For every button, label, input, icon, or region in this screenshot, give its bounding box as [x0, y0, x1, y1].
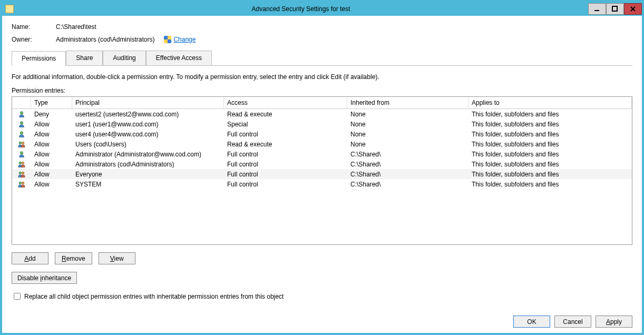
table-row[interactable]: AllowUsers (cod\Users)Read & executeNone… — [12, 139, 632, 149]
view-button[interactable]: View — [99, 252, 135, 264]
owner-row: Owner: Administrators (cod\Administrator… — [12, 36, 632, 43]
group-icon — [12, 181, 31, 188]
user-icon — [12, 121, 31, 128]
group-icon — [12, 161, 31, 168]
table-row[interactable]: AllowSYSTEMFull controlC:\Shared\This fo… — [12, 179, 632, 189]
cell-type: Deny — [31, 111, 72, 118]
cell-inherited: None — [347, 131, 469, 138]
table-row[interactable]: AllowAdministrators (cod\Administrators)… — [12, 159, 632, 169]
grid-body: Denyusertest2 (usertest2@www.cod.com)Rea… — [12, 109, 632, 189]
tab-share[interactable]: Share — [66, 51, 103, 65]
remove-button[interactable]: Remove — [55, 252, 92, 264]
permission-entries-grid[interactable]: Type Principal Access Inherited from App… — [12, 96, 632, 245]
replace-checkbox-row: Replace all child object permission entr… — [12, 291, 632, 301]
cell-applies: This folder, subfolders and files — [469, 141, 632, 148]
table-row[interactable]: AllowEveryoneFull controlC:\Shared\This … — [12, 169, 632, 179]
table-row[interactable]: AllowAdministrator (Administrator@www.co… — [12, 149, 632, 159]
cell-inherited: C:\Shared\ — [347, 161, 469, 168]
cell-applies: This folder, subfolders and files — [469, 181, 632, 188]
cell-principal: Administrators (cod\Administrators) — [72, 161, 224, 168]
cell-principal: usertest2 (usertest2@www.cod.com) — [72, 111, 224, 118]
name-value: C:\Shared\test — [56, 23, 96, 31]
cell-access: Read & execute — [224, 141, 347, 148]
cell-access: Read & execute — [224, 111, 347, 118]
column-inherited[interactable]: Inherited from — [347, 97, 469, 109]
help-text: For additional information, double-click… — [12, 73, 632, 81]
cell-principal: Users (cod\Users) — [72, 141, 224, 148]
folder-icon — [5, 5, 14, 13]
cell-inherited: None — [347, 121, 469, 128]
cell-type: Allow — [31, 151, 72, 158]
disable-inheritance-button[interactable]: Disable inheritance — [12, 272, 77, 284]
cell-applies: This folder, subfolders and files — [469, 121, 632, 128]
titlebar[interactable]: Advanced Security Settings for test — [2, 2, 642, 16]
cell-access: Full control — [224, 161, 347, 168]
cell-principal: Everyone — [72, 171, 224, 178]
cell-inherited: None — [347, 141, 469, 148]
cell-type: Allow — [31, 121, 72, 128]
window-title: Advanced Security Settings for test — [14, 5, 588, 13]
cell-access: Full control — [224, 131, 347, 138]
owner-value: Administrators (cod\Administrators) — [56, 36, 154, 43]
maximize-icon — [612, 6, 618, 12]
cell-inherited: None — [347, 111, 469, 118]
shield-icon — [164, 36, 171, 43]
cell-access: Full control — [224, 151, 347, 158]
window-controls — [588, 3, 642, 15]
cell-access: Full control — [224, 181, 347, 188]
table-row[interactable]: Denyusertest2 (usertest2@www.cod.com)Rea… — [12, 109, 632, 119]
close-button[interactable] — [624, 3, 642, 15]
cell-access: Special — [224, 121, 347, 128]
close-icon — [630, 6, 636, 12]
dialog-buttons: OK Cancel Apply — [513, 316, 632, 328]
change-owner-link[interactable]: Change — [173, 36, 196, 43]
entries-label: Permission entries: — [12, 87, 632, 94]
replace-checkbox[interactable] — [14, 293, 21, 300]
minimize-button[interactable] — [588, 3, 606, 15]
cell-access: Full control — [224, 171, 347, 178]
user-icon — [12, 151, 31, 158]
cell-inherited: C:\Shared\ — [347, 181, 469, 188]
cell-type: Allow — [31, 141, 72, 148]
owner-label: Owner: — [12, 36, 56, 43]
tab-auditing[interactable]: Auditing — [103, 51, 145, 65]
svg-rect-1 — [612, 6, 617, 11]
grid-header: Type Principal Access Inherited from App… — [12, 97, 632, 109]
column-principal[interactable]: Principal — [72, 97, 224, 109]
group-icon — [12, 171, 31, 178]
cell-applies: This folder, subfolders and files — [469, 111, 632, 118]
cell-type: Allow — [31, 181, 72, 188]
cell-applies: This folder, subfolders and files — [469, 151, 632, 158]
user-icon — [12, 111, 31, 118]
apply-button[interactable]: Apply — [596, 316, 632, 328]
cell-principal: user4 (user4@www.cod.com) — [72, 131, 224, 138]
cell-type: Allow — [31, 131, 72, 138]
tab-strip: Permissions Share Auditing Effective Acc… — [12, 51, 632, 66]
table-row[interactable]: Allowuser1 (user1@www.cod.com)SpecialNon… — [12, 119, 632, 129]
cell-inherited: C:\Shared\ — [347, 171, 469, 178]
ok-button[interactable]: OK — [513, 316, 550, 328]
cell-applies: This folder, subfolders and files — [469, 131, 632, 138]
replace-checkbox-label[interactable]: Replace all child object permission entr… — [24, 293, 284, 300]
cell-type: Allow — [31, 171, 72, 178]
column-icon[interactable] — [12, 97, 31, 109]
column-access[interactable]: Access — [224, 97, 347, 109]
maximize-button[interactable] — [606, 3, 624, 15]
cell-type: Allow — [31, 161, 72, 168]
table-row[interactable]: Allowuser4 (user4@www.cod.com)Full contr… — [12, 129, 632, 139]
window-frame: Advanced Security Settings for test Name… — [0, 0, 644, 335]
cell-inherited: C:\Shared\ — [347, 151, 469, 158]
add-button[interactable]: Add — [12, 252, 48, 264]
cell-applies: This folder, subfolders and files — [469, 171, 632, 178]
cell-principal: SYSTEM — [72, 181, 224, 188]
group-icon — [12, 141, 31, 148]
column-applies[interactable]: Applies to — [469, 97, 632, 109]
column-type[interactable]: Type — [31, 97, 72, 109]
tab-permissions[interactable]: Permissions — [12, 51, 66, 66]
user-icon — [12, 131, 31, 138]
name-label: Name: — [12, 23, 56, 31]
cancel-button[interactable]: Cancel — [554, 316, 591, 328]
tab-effective-access[interactable]: Effective Access — [146, 51, 212, 65]
minimize-icon — [594, 6, 600, 12]
disable-inheritance-row: Disable inheritance — [12, 272, 632, 284]
